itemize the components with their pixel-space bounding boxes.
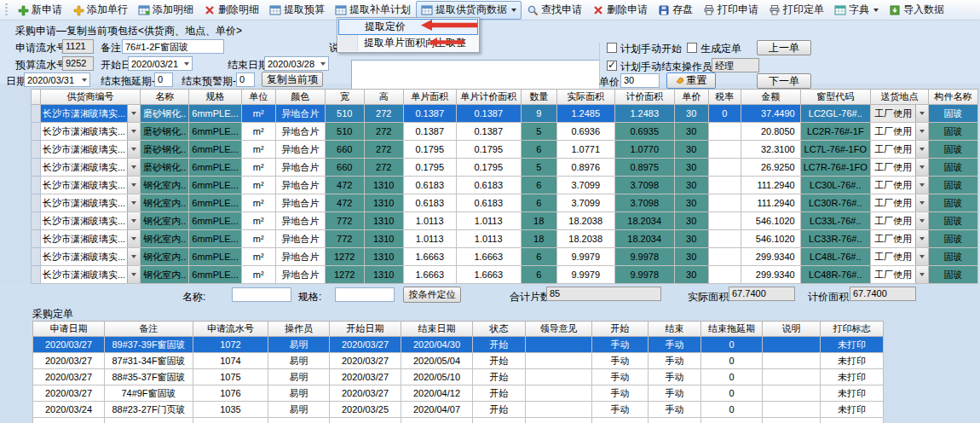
- cell[interactable]: 6mmPLE...: [189, 105, 241, 123]
- cell[interactable]: 长沙市潇湘玻璃实...: [41, 230, 141, 248]
- cell[interactable]: 6mmPLE...: [189, 123, 241, 141]
- cell[interactable]: 1310: [364, 177, 403, 194]
- cell[interactable]: [32, 159, 41, 177]
- cell[interactable]: 易明: [268, 385, 330, 402]
- cell[interactable]: 3.7098: [614, 194, 674, 212]
- cell[interactable]: 易明: [268, 402, 330, 418]
- cell[interactable]: 磨砂钢化..: [141, 105, 189, 123]
- cell[interactable]: 546.1020: [741, 212, 800, 230]
- cell[interactable]: [763, 337, 821, 353]
- cell[interactable]: 异地合片: [275, 177, 325, 194]
- cell[interactable]: 开始: [473, 385, 526, 402]
- cell[interactable]: 299.9340: [741, 248, 800, 266]
- chevron-down-icon[interactable]: [127, 266, 140, 283]
- cell[interactable]: 510: [325, 123, 364, 141]
- dictionary-button[interactable]: 字典: [829, 1, 884, 20]
- orders-table-row[interactable]: 2020/03/2787#31-34F窗固玻1074易明2020/03/2720…: [33, 353, 884, 369]
- cell[interactable]: 长沙市潇湘玻璃实...: [41, 159, 141, 177]
- cell[interactable]: [708, 266, 741, 284]
- cell[interactable]: 异地合片: [275, 159, 325, 177]
- cell[interactable]: 9.9979: [556, 248, 614, 266]
- cell[interactable]: [32, 123, 41, 141]
- detail-table-row[interactable]: 长沙市潇湘玻璃实...钢化室内..6mmPLE...m²异地合片12721310…: [32, 266, 978, 284]
- cell[interactable]: 30: [674, 230, 708, 248]
- import-data-button[interactable]: 导入数据: [884, 1, 949, 20]
- cell[interactable]: 6mmPLE...: [189, 212, 241, 230]
- cell[interactable]: 未打印: [821, 402, 884, 418]
- chevron-down-icon[interactable]: [915, 105, 928, 122]
- add-detail-button[interactable]: 添加明细: [133, 1, 199, 20]
- cell[interactable]: 工厂使用: [870, 212, 928, 230]
- cell[interactable]: 手动: [592, 402, 649, 418]
- next-order-button[interactable]: 下一单: [757, 73, 811, 89]
- cell[interactable]: 0: [701, 369, 763, 385]
- cell[interactable]: 0.6183: [403, 194, 456, 212]
- save-button[interactable]: 存盘: [653, 1, 698, 20]
- chevron-down-icon[interactable]: [915, 266, 928, 283]
- cell[interactable]: 2020/03/27: [33, 369, 105, 385]
- cell[interactable]: 磨砂钢化..: [141, 159, 189, 177]
- cell[interactable]: 异地合片: [275, 230, 325, 248]
- cell[interactable]: [708, 212, 741, 230]
- cell[interactable]: 长沙市潇湘玻璃实...: [41, 123, 141, 141]
- cell[interactable]: 1076: [193, 385, 268, 402]
- cell[interactable]: 0.1387: [456, 123, 521, 141]
- cell[interactable]: 299.9340: [741, 266, 800, 284]
- cell[interactable]: 18: [521, 230, 556, 248]
- cell[interactable]: 手动: [649, 385, 701, 402]
- cell[interactable]: 1310: [364, 230, 403, 248]
- cell[interactable]: 磨砂钢化..: [141, 141, 189, 159]
- delay-field[interactable]: 0: [154, 72, 173, 87]
- cell[interactable]: 固玻: [928, 194, 977, 212]
- cell[interactable]: LC7R-76#-1FO: [800, 159, 870, 177]
- detail-table-row[interactable]: 长沙市潇湘玻璃实...钢化室内..6mmPLE...m²异地合片77213101…: [32, 212, 978, 230]
- cell[interactable]: 2020/05/10: [401, 369, 473, 385]
- cell[interactable]: 易明: [268, 337, 330, 353]
- cell[interactable]: 0.6183: [403, 177, 456, 194]
- detail-table-row[interactable]: 长沙市潇湘玻璃实...钢化室内..6mmPLE...m²异地合片77213101…: [32, 230, 978, 248]
- cell[interactable]: m²: [241, 230, 275, 248]
- cell[interactable]: 1.0771: [556, 141, 614, 159]
- cell[interactable]: 工厂使用: [870, 194, 928, 212]
- cell[interactable]: 2020/03/27: [330, 369, 401, 385]
- cell[interactable]: 6: [521, 248, 556, 266]
- cell[interactable]: 1.2485: [556, 105, 614, 123]
- cell[interactable]: 未打印: [821, 353, 884, 369]
- cell[interactable]: [763, 353, 821, 369]
- warn-field[interactable]: 0: [236, 72, 255, 87]
- detail-table-row[interactable]: 长沙市潇湘玻璃实...磨砂钢化..6mmPLE...m²异地合片5102720.…: [32, 105, 978, 123]
- cell[interactable]: [526, 369, 592, 385]
- cell[interactable]: 2020/03/27: [33, 353, 105, 369]
- cell[interactable]: m²: [241, 123, 275, 141]
- cell[interactable]: 6mmPLE...: [189, 266, 241, 284]
- cell[interactable]: 开始: [473, 353, 526, 369]
- chevron-down-icon[interactable]: [127, 141, 140, 158]
- cell[interactable]: LC30L-76#..: [800, 177, 870, 194]
- cell[interactable]: 2020/04/12: [401, 385, 473, 402]
- chevron-down-icon[interactable]: [915, 123, 928, 140]
- cell[interactable]: 0.6936: [556, 123, 614, 141]
- cell[interactable]: LC2GL-76#..: [800, 105, 870, 123]
- cell[interactable]: 手动: [649, 402, 701, 418]
- chevron-down-icon[interactable]: [127, 105, 140, 122]
- reset-button[interactable]: 重置: [666, 72, 716, 89]
- cell[interactable]: 2020/03/24: [33, 402, 105, 418]
- cell[interactable]: 2020/04/30: [401, 337, 473, 353]
- detail-table-row[interactable]: 长沙市潇湘玻璃实...钢化室内..6mmPLE...m²异地合片47213100…: [32, 177, 978, 194]
- cell[interactable]: 0: [708, 105, 741, 123]
- cell[interactable]: [32, 105, 41, 123]
- cell[interactable]: 88#23-27F门页玻: [105, 402, 193, 418]
- cell[interactable]: m²: [241, 177, 275, 194]
- cell[interactable]: 0: [701, 353, 763, 369]
- detail-table-row[interactable]: 长沙市潇湘玻璃实...钢化室内..6mmPLE...m²异地合片12721310…: [32, 248, 978, 266]
- print-request-button[interactable]: 打印申请: [698, 1, 764, 20]
- cell[interactable]: 272: [364, 159, 403, 177]
- cell[interactable]: 未打印: [821, 369, 884, 385]
- manual-end-checkbox[interactable]: [607, 61, 617, 71]
- chevron-down-icon[interactable]: [127, 248, 140, 265]
- cell[interactable]: [32, 177, 41, 194]
- cell[interactable]: 工厂使用: [870, 159, 928, 177]
- cell[interactable]: m²: [241, 141, 275, 159]
- cell[interactable]: 易明: [268, 353, 330, 369]
- cell[interactable]: 1.6663: [456, 248, 521, 266]
